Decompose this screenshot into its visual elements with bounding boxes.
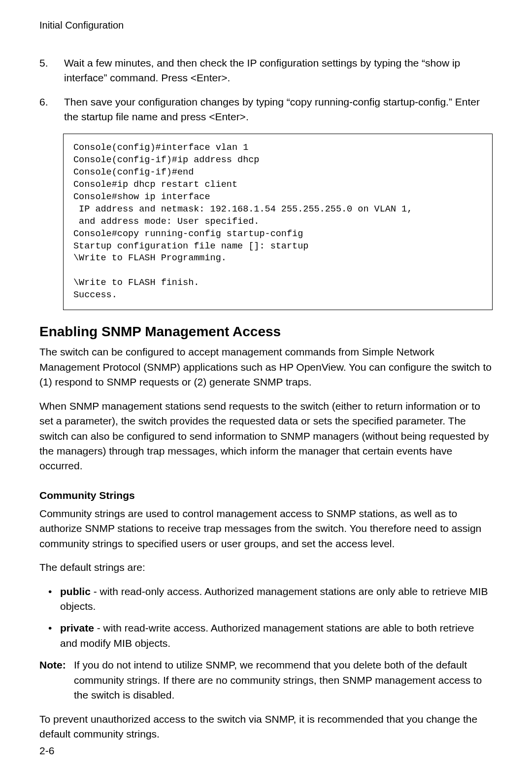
list-item: private - with read-write access. Author…	[48, 621, 493, 651]
note-label: Note:	[39, 658, 74, 703]
header-title: Initial Configuration	[39, 20, 493, 31]
step-6: 6. Then save your configuration changes …	[39, 95, 493, 125]
final-paragraph: To prevent unauthorized access to the sw…	[39, 712, 493, 742]
bullet-key: public	[60, 586, 91, 597]
subsection-heading: Community Strings	[39, 490, 493, 501]
list-item: public - with read-only access. Authoriz…	[48, 584, 493, 614]
step-text: Then save your configuration changes by …	[64, 95, 493, 125]
step-5: 5. Wait a few minutes, and then check th…	[39, 56, 493, 86]
bullet-key: private	[60, 622, 94, 633]
page-number: 2-6	[39, 745, 54, 757]
step-text: Wait a few minutes, and then check the I…	[64, 56, 493, 86]
note-block: Note: If you do not intend to utilize SN…	[39, 658, 493, 703]
bullet-rest: - with read-only access. Authorized mana…	[60, 586, 488, 612]
page-container: Initial Configuration 5. Wait a few minu…	[0, 0, 532, 774]
step-number: 6.	[39, 95, 64, 125]
community-strings-paragraph-2: The default strings are:	[39, 560, 493, 575]
bullet-rest: - with read-write access. Authorized man…	[60, 622, 474, 648]
console-output: Console(config)#interface vlan 1 Console…	[63, 134, 493, 311]
snmp-paragraph-1: The switch can be configured to accept m…	[39, 345, 493, 389]
note-text: If you do not intend to utilize SNMP, we…	[74, 658, 493, 703]
step-number: 5.	[39, 56, 64, 86]
community-strings-paragraph-1: Community strings are used to control ma…	[39, 506, 493, 551]
snmp-paragraph-2: When SNMP management stations send reque…	[39, 399, 493, 474]
section-heading: Enabling SNMP Management Access	[39, 324, 493, 340]
default-strings-list: public - with read-only access. Authoriz…	[39, 584, 493, 651]
